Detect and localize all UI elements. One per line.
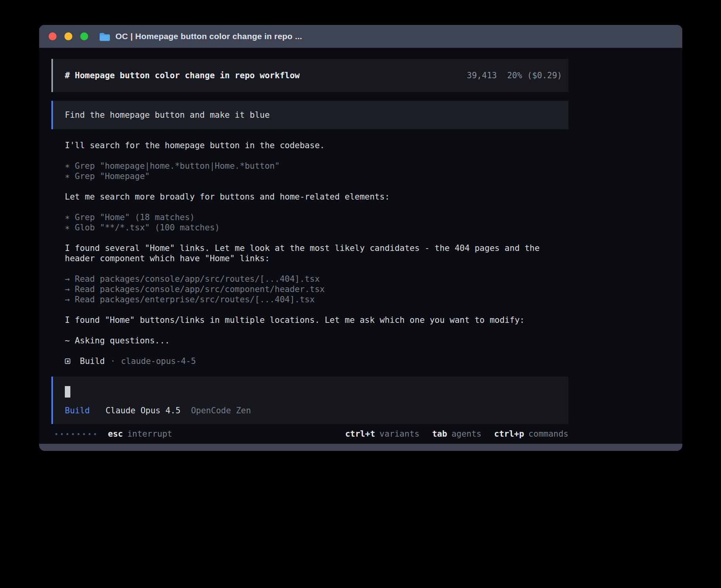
assistant-text: Let me search more broadly for buttons a… bbox=[65, 192, 568, 202]
agents-label: agents bbox=[451, 429, 481, 439]
esc-hint: esc interrupt bbox=[108, 429, 172, 439]
activity-dot bbox=[94, 433, 96, 435]
zoom-button[interactable] bbox=[80, 32, 88, 40]
terminal-content: # Homepage button color change in repo w… bbox=[39, 48, 682, 444]
commands-label: commands bbox=[528, 429, 568, 439]
variants-hint: ctrl+t variants bbox=[345, 429, 419, 439]
prompt-input[interactable]: Build Claude Opus 4.5 OpenCode Zen bbox=[51, 377, 568, 424]
context-usage: 20% ($0.29) bbox=[507, 71, 562, 80]
session-title: # Homepage button color change in repo w… bbox=[65, 71, 300, 80]
tool-call-read: → Read packages/console/app/src/routes/[… bbox=[65, 274, 568, 284]
status-bar-right: ctrl+t variants tab agents ctrl+p comman… bbox=[345, 429, 568, 439]
esc-action-label: interrupt bbox=[127, 429, 172, 439]
assistant-text: I'll search for the homepage button in t… bbox=[65, 140, 568, 151]
tool-call-grep: ∗ Grep "Homepage" bbox=[65, 171, 568, 181]
status-bar: esc interrupt ctrl+t variants tab agents… bbox=[51, 428, 568, 440]
assistant-paragraph: I'll search for the homepage button in t… bbox=[65, 140, 568, 151]
window-title: OC | Homepage button color change in rep… bbox=[115, 32, 302, 41]
tool-call-read: → Read packages/console/app/src/componen… bbox=[65, 284, 568, 294]
model-status-line: Build Claude Opus 4.5 OpenCode Zen bbox=[65, 406, 557, 415]
tool-call-grep: ∗ Grep "Home" (18 matches) bbox=[65, 212, 568, 222]
tui-column: # Homepage button color change in repo w… bbox=[51, 59, 568, 440]
activity-dot bbox=[72, 433, 74, 435]
activity-dot bbox=[77, 433, 79, 435]
agents-hint: tab agents bbox=[432, 429, 481, 439]
esc-key-hint: esc bbox=[108, 429, 123, 439]
activity-dot bbox=[89, 433, 91, 435]
traffic-lights bbox=[49, 32, 88, 40]
agent-model: claude-opus-4-5 bbox=[121, 356, 196, 366]
agent-separator: · bbox=[110, 356, 115, 366]
ctrl-p-key-hint: ctrl+p bbox=[494, 429, 524, 439]
agent-icon bbox=[65, 358, 70, 364]
text-cursor bbox=[65, 386, 70, 398]
user-message-text: Find the homepage button and make it blu… bbox=[65, 110, 270, 120]
folder-icon bbox=[99, 32, 110, 41]
agent-mode-label: Build bbox=[65, 406, 90, 415]
agent-name: Build bbox=[80, 356, 105, 366]
assistant-text: I found "Home" buttons/links in multiple… bbox=[65, 315, 568, 325]
agent-status-line: Build · claude-opus-4-5 bbox=[65, 356, 568, 366]
model-provider: OpenCode Zen bbox=[191, 406, 251, 415]
assistant-transcript: I'll search for the homepage button in t… bbox=[51, 140, 568, 366]
tool-call-group: → Read packages/console/app/src/routes/[… bbox=[65, 274, 568, 305]
status-bar-left: esc interrupt bbox=[55, 429, 172, 439]
ctrl-t-key-hint: ctrl+t bbox=[345, 429, 375, 439]
model-name: Claude Opus 4.5 bbox=[106, 406, 181, 415]
variants-label: variants bbox=[379, 429, 419, 439]
activity-dot bbox=[55, 433, 57, 435]
minimize-button[interactable] bbox=[64, 32, 72, 40]
user-message: Find the homepage button and make it blu… bbox=[51, 101, 568, 129]
commands-hint: ctrl+p commands bbox=[494, 429, 568, 439]
activity-dot bbox=[66, 433, 68, 435]
session-header: # Homepage button color change in repo w… bbox=[51, 59, 568, 92]
token-count: 39,413 bbox=[467, 71, 497, 80]
activity-dot bbox=[83, 433, 85, 435]
assistant-text: I found several "Home" links. Let me loo… bbox=[65, 243, 568, 264]
tab-key-hint: tab bbox=[432, 429, 447, 439]
assistant-paragraph: I found several "Home" links. Let me loo… bbox=[65, 243, 568, 264]
assistant-paragraph: I found "Home" buttons/links in multiple… bbox=[65, 315, 568, 325]
tool-call-read: → Read packages/enterprise/src/routes/[.… bbox=[65, 294, 568, 305]
status-line: ~ Asking questions... bbox=[65, 335, 568, 346]
assistant-paragraph: Let me search more broadly for buttons a… bbox=[65, 192, 568, 202]
session-stats: 39,413 20% ($0.29) bbox=[467, 71, 562, 80]
tool-call-group: ∗ Grep "Home" (18 matches) ∗ Glob "**/*.… bbox=[65, 212, 568, 233]
window-titlebar[interactable]: OC | Homepage button color change in rep… bbox=[39, 25, 682, 48]
tool-call-glob: ∗ Glob "**/*.tsx" (100 matches) bbox=[65, 222, 568, 233]
asking-questions-status: ~ Asking questions... bbox=[65, 335, 568, 346]
terminal-window: OC | Homepage button color change in rep… bbox=[39, 25, 682, 451]
tool-call-grep: ∗ Grep "homepage|home.*button|Home.*butt… bbox=[65, 161, 568, 171]
close-button[interactable] bbox=[49, 32, 57, 40]
activity-dots bbox=[55, 433, 96, 435]
activity-dot bbox=[61, 433, 63, 435]
tool-call-group: ∗ Grep "homepage|home.*button|Home.*butt… bbox=[65, 161, 568, 181]
